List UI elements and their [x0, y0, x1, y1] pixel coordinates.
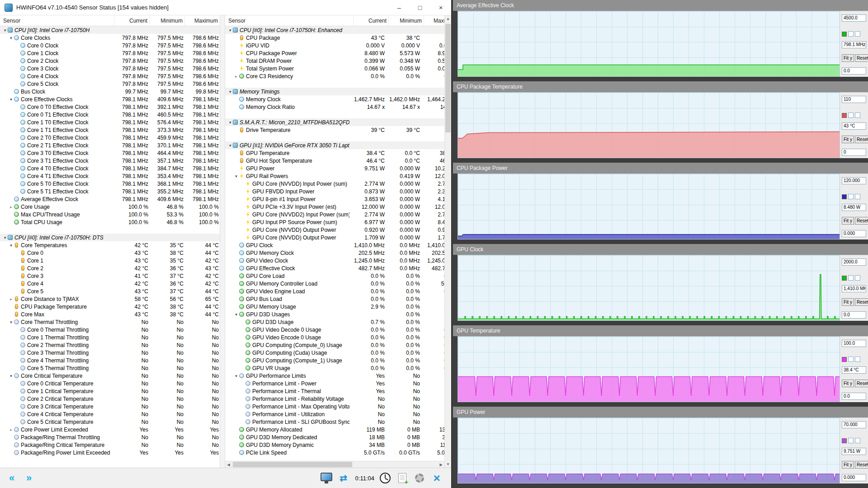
- collapse-arrow-icon[interactable]: ▾: [8, 320, 14, 324]
- sensor-row[interactable]: Core 4 T1 Effective Clock798.1 MHz353.4 …: [0, 172, 220, 180]
- series-color-swatch[interactable]: [842, 194, 847, 199]
- collapse-arrow-icon[interactable]: ▾: [8, 97, 14, 102]
- scale-option-box[interactable]: [855, 438, 860, 443]
- sensor-section-row[interactable]: ▾CPU [#0]: Intel Core i7-10750H: Enhance…: [225, 26, 444, 34]
- sensor-row[interactable]: ▾Core Temperatures42 °C35 °C44 °C: [0, 241, 220, 249]
- sensor-row[interactable]: Core 0 T1 Effective Clock798.1 MHz460.5 …: [0, 111, 220, 118]
- sensor-row[interactable]: Performance Limit - Max Operating Voltag…: [225, 403, 444, 410]
- scroll-left-arrow-icon[interactable]: ◀: [225, 461, 232, 468]
- scale-min-box[interactable]: 0.0: [842, 311, 866, 319]
- sensor-row[interactable]: ▾GPU D3D Usages0.0 %1.0 %: [225, 310, 444, 318]
- sensor-row[interactable]: Core 3 T0 Effective Clock798.1 MHz464.4 …: [0, 149, 220, 157]
- series-color-swatch[interactable]: [842, 276, 847, 281]
- maximize-button[interactable]: □: [410, 0, 430, 15]
- horizontal-scroll-track[interactable]: [232, 461, 438, 468]
- column-header-current[interactable]: Current: [114, 15, 149, 26]
- sensor-row[interactable]: Core 2 Clock797.8 MHz797.5 MHz798.6 MHz: [0, 57, 220, 65]
- collapse-arrow-icon[interactable]: ▾: [233, 312, 239, 317]
- logging-timer-button[interactable]: [378, 470, 392, 486]
- sensor-row[interactable]: ▾Core Critical TemperatureNoNoNo: [0, 372, 220, 380]
- sensor-row[interactable]: Core 3 Clock797.8 MHz797.5 MHz798.6 MHz: [0, 65, 220, 72]
- fit-y-button[interactable]: Fit y: [842, 217, 854, 225]
- sensor-row[interactable]: Core 1 T0 Effective Clock798.1 MHz576.4 …: [0, 118, 220, 126]
- column-header-sensor[interactable]: Sensor: [225, 18, 353, 24]
- sensor-section-row[interactable]: ▾Memory Timings: [225, 88, 444, 95]
- scale-option-box[interactable]: [848, 31, 854, 37]
- collapse-arrow-icon[interactable]: ▾: [8, 243, 14, 248]
- graph-title[interactable]: CPU Package Power: [453, 163, 868, 174]
- sensor-row[interactable]: Core 0 Thermal ThrottlingNoNoNo: [0, 326, 220, 333]
- graph-title[interactable]: GPU Clock: [453, 244, 868, 255]
- sensor-section-row[interactable]: ▾S.M.A.R.T.: Micron_2210_MTFDHBA512QFD..…: [225, 118, 444, 126]
- sensor-row[interactable]: GPU PCIe +3.3V Input Power (est)12.000 W…: [225, 203, 444, 211]
- sensor-row[interactable]: Memory Clock Ratio14.67 x14.67 x14.67 x: [225, 103, 444, 111]
- collapse-arrow-icon[interactable]: ▾: [8, 374, 14, 378]
- sensor-row[interactable]: GPU Video Encode 0 Usage0.0 %0.0 %0.0 %: [225, 333, 444, 341]
- sensor-row[interactable]: Core 3 Thermal ThrottlingNoNoNo: [0, 349, 220, 357]
- scale-option-box[interactable]: [855, 31, 860, 37]
- expand-arrow-icon[interactable]: ▸: [233, 74, 239, 79]
- scale-min-box[interactable]: 0.0: [842, 393, 866, 400]
- sensor-row[interactable]: GPU FBVDD Input Power0.873 W0.000 W2.369…: [225, 188, 444, 195]
- collapse-arrow-icon[interactable]: ▾: [227, 120, 233, 125]
- vertical-scroll-track[interactable]: [445, 22, 451, 461]
- graph-title[interactable]: CPU Package Temperature: [453, 81, 868, 92]
- graph-title[interactable]: Average Effective Clock: [453, 0, 868, 11]
- sensor-row[interactable]: Core 1 Clock797.8 MHz797.5 MHz798.6 MHz: [0, 49, 220, 57]
- fit-y-button[interactable]: Fit y: [842, 298, 854, 306]
- sensor-row[interactable]: Core 5 T1 Effective Clock798.1 MHz355.2 …: [0, 188, 220, 195]
- scale-max-box[interactable]: 110: [842, 96, 866, 103]
- scale-option-box[interactable]: [855, 357, 860, 362]
- collapse-arrow-icon[interactable]: ▾: [8, 36, 14, 40]
- horizontal-scrollbar[interactable]: ◀ ▶: [225, 461, 444, 468]
- sensor-row[interactable]: CPU Package43 °C38 °C44 °C: [225, 34, 444, 42]
- series-color-swatch[interactable]: [842, 438, 847, 443]
- sensor-row[interactable]: Core 2 Thermal ThrottlingNoNoNo: [0, 341, 220, 349]
- sensor-row[interactable]: ▾Core Effective Clocks798.1 MHz409.6 MHz…: [0, 95, 220, 103]
- sensor-row[interactable]: Core 5 T0 Effective Clock798.1 MHz368.1 …: [0, 180, 220, 188]
- reset-button[interactable]: Reset: [855, 217, 868, 225]
- minimize-button[interactable]: –: [389, 0, 410, 15]
- reset-button[interactable]: Reset: [855, 380, 868, 387]
- sensor-row[interactable]: Core 3 Critical TemperatureNoNoNo: [0, 403, 220, 410]
- sensor-row[interactable]: ▸Core Power Limit ExceededYesYesYes: [0, 426, 220, 433]
- scroll-up-arrow-icon[interactable]: ▲: [445, 15, 452, 22]
- scroll-down-arrow-icon[interactable]: ▼: [445, 461, 452, 468]
- sensor-row[interactable]: GPU Core (NVVDD) Output Power0.920 W0.00…: [225, 226, 444, 234]
- sensor-row[interactable]: GPU Input PP Source Power (sum)6.977 W0.…: [225, 218, 444, 226]
- sensor-row[interactable]: GPU D3D Memory Dedicated18 MB0 MB37 MB: [225, 433, 444, 441]
- sensor-row[interactable]: GPU Core (NVVDD2) Input Power (sum)2.774…: [225, 211, 444, 218]
- sensor-row[interactable]: ▸Core Distance to TjMAX58 °C56 °C65 °C: [0, 295, 220, 303]
- scale-option-box[interactable]: [855, 113, 860, 118]
- expand-arrow-icon[interactable]: ▸: [8, 427, 14, 432]
- sensor-row[interactable]: Core 4 Thermal ThrottlingNoNoNo: [0, 357, 220, 364]
- column-header-minimum[interactable]: Minimum: [149, 15, 184, 26]
- vertical-scroll-thumb[interactable]: [445, 24, 451, 132]
- sensor-row[interactable]: Core 1 T1 Effective Clock798.1 MHz373.3 …: [0, 126, 220, 134]
- scroll-right-arrow-icon[interactable]: ▶: [438, 461, 444, 468]
- sensor-row[interactable]: GPU Memory Usage2.9 %0.0 %3.4 %: [225, 303, 444, 310]
- sensor-row[interactable]: GPU Computing (Compute_0) Usage0.0 %0.0 …: [225, 341, 444, 349]
- sensor-row[interactable]: Core 0 Critical TemperatureNoNoNo: [0, 380, 220, 387]
- sensor-row[interactable]: Core 5 Critical TemperatureNoNoNo: [0, 418, 220, 426]
- sensor-row[interactable]: Package/Ring Critical TemperatureNoNoNo: [0, 441, 220, 449]
- next-page-button[interactable]: »: [22, 470, 36, 486]
- sensor-row[interactable]: Core 543 °C37 °C44 °C: [0, 287, 220, 295]
- sensor-row[interactable]: Performance Limit - SLI GPUBoost SyncNoN…: [225, 418, 444, 426]
- scale-option-box[interactable]: [848, 275, 854, 281]
- sensor-row[interactable]: GPU D3D Usage0.7 %0.0 %1.0 %: [225, 318, 444, 326]
- scale-min-box[interactable]: 0.000: [842, 230, 866, 237]
- sensor-row[interactable]: Core 2 T1 Effective Clock798.1 MHz370.1 …: [0, 141, 220, 149]
- collapse-arrow-icon[interactable]: ▾: [227, 28, 233, 33]
- sensor-row[interactable]: GPU Memory Clock202.5 MHz0.0 MHz202.5 MH…: [225, 249, 444, 257]
- scale-option-box[interactable]: [855, 275, 860, 281]
- sensor-row[interactable]: GPU Core (NVVDD) Output Power1.709 W0.00…: [225, 234, 444, 241]
- scale-max-box[interactable]: 70.000: [842, 421, 866, 428]
- sensor-row[interactable]: Total DRAM Power0.399 W0.348 W0.562 W: [225, 57, 444, 65]
- window-titlebar[interactable]: HWiNFO64 v7.10-4540 Sensor Status [154 v…: [0, 0, 451, 15]
- scale-max-box[interactable]: 120.000: [842, 177, 866, 184]
- sensor-row[interactable]: GPU Video Clock1,245.0 MHz0.0 MHz1,245.0…: [225, 257, 444, 264]
- sensor-row[interactable]: GPU Bus Load0.0 %0.0 %1.0 %: [225, 295, 444, 303]
- sensor-row[interactable]: Performance Limit - Reliability VoltageN…: [225, 395, 444, 403]
- sensor-row[interactable]: GPU D3D Memory Dynamic34 MB0 MB111 MB: [225, 441, 444, 449]
